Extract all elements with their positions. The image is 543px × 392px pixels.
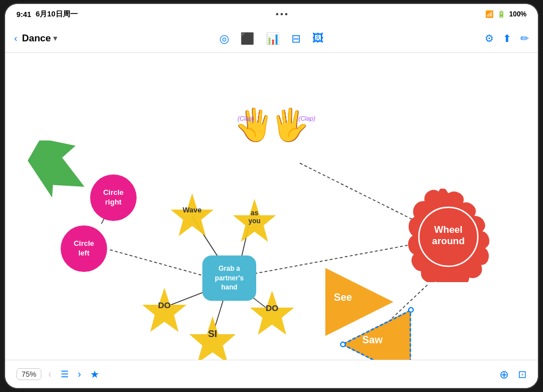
toolbar-icon-settings[interactable]: ⚙: [485, 32, 494, 45]
date: 6月10日周一: [36, 9, 78, 19]
toolbar-icon-text[interactable]: ⊟: [291, 32, 301, 45]
document-title[interactable]: Dance ▾: [22, 33, 57, 44]
svg-line-8: [300, 163, 413, 220]
wheel-around[interactable]: Wheel around: [402, 189, 495, 284]
svg-line-6: [110, 250, 206, 276]
time: 9:41: [16, 10, 31, 19]
green-arrow: [28, 140, 90, 199]
dot2: [281, 13, 283, 15]
handle-ml[interactable]: [340, 342, 346, 347]
svg-text:around: around: [432, 236, 465, 246]
si-star[interactable]: SI: [188, 316, 237, 360]
do-right-label: DO: [249, 303, 295, 313]
toolbar-icon-shapes[interactable]: ◎: [219, 32, 229, 45]
si-label: SI: [188, 329, 237, 340]
toolbar-icon-chart[interactable]: 📊: [266, 32, 280, 45]
dot3: [285, 13, 287, 15]
dot1: [276, 13, 278, 15]
zoom-control: 75% ‹ ☰ › ★: [16, 366, 101, 383]
circle-left[interactable]: Circle left: [61, 225, 107, 272]
wave-label: Wave: [169, 206, 215, 214]
do-left-star[interactable]: DO: [141, 288, 188, 336]
as-you-star[interactable]: asyou: [232, 199, 277, 246]
fullscreen-icon[interactable]: ⊡: [518, 368, 527, 381]
dropdown-chevron: ▾: [53, 34, 57, 42]
bottom-bar: 75% ‹ ☰ › ★ ⊕ ⊡: [5, 360, 538, 388]
slide-list-button[interactable]: ☰: [58, 367, 71, 382]
circle-right[interactable]: Circle right: [90, 174, 137, 221]
battery-icon: 🔋: [497, 10, 506, 18]
svg-marker-11: [171, 193, 214, 236]
arrange-icon[interactable]: ⊕: [499, 368, 509, 381]
grab-partner-hand[interactable]: Grab apartner'shand: [202, 255, 256, 301]
do-left-label: DO: [141, 300, 188, 310]
svg-marker-10: [28, 140, 90, 197]
toolbar: ‹ Dance ▾ ◎ ⬛ 📊 ⊟ 🖼 ⚙ ⬆ ✏: [5, 24, 538, 53]
battery-level: 100%: [509, 10, 527, 18]
status-bar: 9:41 6月10日周一 📶 🔋 100%: [5, 4, 538, 24]
back-button[interactable]: ‹: [14, 33, 18, 44]
star-button[interactable]: ★: [88, 366, 101, 383]
svg-marker-13: [142, 288, 186, 332]
saw-triangle[interactable]: Saw: [342, 305, 416, 360]
svg-text:Wheel: Wheel: [434, 224, 463, 235]
toolbar-icon-media[interactable]: 🖼: [312, 32, 324, 45]
clap-hands: 🖐 🖐 (Clap) (Clap): [235, 106, 309, 143]
canvas: Circle right Circle left 🖐 🖐 (Clap) (Cla…: [5, 53, 538, 360]
next-button[interactable]: ›: [75, 366, 83, 382]
saw-label: Saw: [362, 334, 383, 346]
handle-tr[interactable]: [408, 307, 414, 313]
as-you-label: asyou: [232, 209, 277, 225]
zoom-level[interactable]: 75%: [16, 368, 41, 380]
do-right-star[interactable]: DO: [249, 291, 295, 339]
wave-star[interactable]: Wave: [169, 193, 215, 241]
toolbar-icon-edit[interactable]: ✏: [520, 32, 529, 45]
prev-button[interactable]: ‹: [46, 366, 54, 382]
wifi-icon: 📶: [485, 10, 494, 18]
toolbar-icon-share[interactable]: ⬆: [503, 32, 511, 45]
toolbar-icon-table[interactable]: ⬛: [240, 32, 254, 45]
back-chevron: ‹: [14, 33, 18, 44]
see-label: See: [334, 292, 352, 304]
svg-marker-15: [250, 291, 294, 335]
